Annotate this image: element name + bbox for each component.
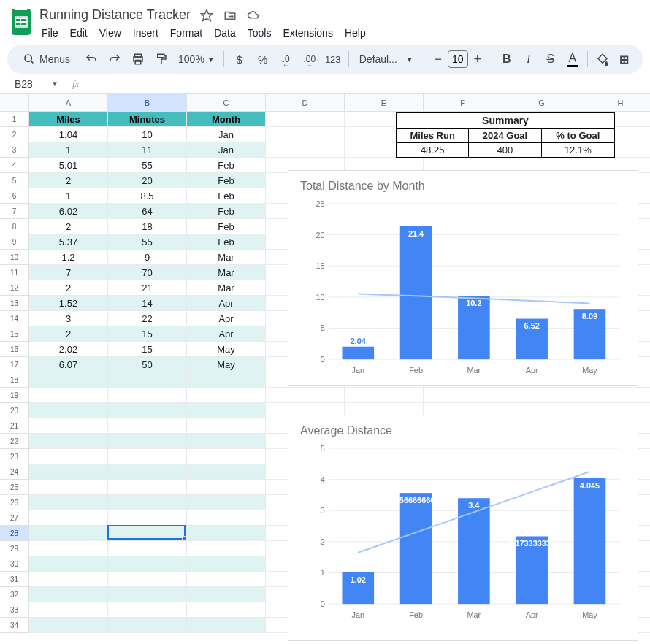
cell[interactable]: Mar [187,265,266,280]
cell[interactable]: Jan [187,127,266,142]
cell[interactable] [187,388,266,403]
menu-help[interactable]: Help [340,24,371,42]
row-header[interactable]: 2 [0,127,29,142]
star-icon[interactable] [199,8,214,23]
zoom-select[interactable]: 100%▼ [174,53,219,65]
row-header[interactable]: 18 [0,372,29,388]
cell[interactable] [187,526,266,541]
cell[interactable]: 8.5 [108,188,187,204]
text-color-button[interactable]: A [562,49,583,69]
cell[interactable] [108,572,187,587]
cell[interactable]: 5.37 [29,234,108,250]
bold-button[interactable]: B [497,49,517,69]
cell[interactable]: 2 [29,173,108,188]
cell[interactable] [187,556,266,572]
cell[interactable]: 22 [108,311,187,326]
cell[interactable]: Feb [187,219,266,234]
col-header[interactable]: E [345,94,424,112]
cell[interactable]: 1.04 [29,127,108,142]
cell[interactable]: 2.02 [29,342,108,357]
row-header[interactable]: 5 [0,173,29,188]
cell[interactable] [108,434,187,449]
cell[interactable] [29,495,108,510]
cell[interactable] [108,464,187,480]
row-header[interactable]: 33 [0,602,29,618]
col-header[interactable]: A [29,94,108,112]
cell[interactable]: 2 [29,280,108,296]
cell[interactable]: 1.52 [29,296,108,311]
cell[interactable]: 6.02 [29,204,108,219]
menus-search[interactable]: Menus [15,49,79,69]
menu-extensions[interactable]: Extensions [278,24,337,42]
formula-input[interactable] [85,78,650,90]
move-icon[interactable] [223,8,237,23]
cell[interactable]: 1 [29,188,108,204]
cell[interactable] [502,388,581,403]
cell[interactable] [29,388,108,403]
row-header[interactable]: 27 [0,510,29,526]
cell[interactable] [29,541,108,556]
row-header[interactable]: 31 [0,572,29,587]
cell[interactable]: 18 [108,219,187,234]
col-header[interactable]: H [581,94,650,112]
cell[interactable]: Feb [187,234,266,250]
cell[interactable]: 11 [108,142,187,158]
row-header[interactable]: 17 [0,357,29,372]
row-header[interactable]: 25 [0,480,29,495]
cell[interactable] [187,495,266,510]
cloud-icon[interactable] [246,8,261,23]
cell[interactable] [266,142,345,158]
menu-edit[interactable]: Edit [65,24,93,42]
row-header[interactable]: 26 [0,495,29,510]
row-header[interactable]: 1 [0,112,29,127]
cell[interactable] [108,388,187,403]
chart-average-distance[interactable]: Average Distance 0123451.02Jan3.56666666… [288,415,638,641]
italic-button[interactable]: I [519,49,539,69]
percent-button[interactable]: % [252,48,274,70]
cell[interactable]: 21 [108,280,187,296]
cell[interactable]: Feb [187,158,266,173]
cell[interactable] [187,434,266,449]
cell[interactable]: May [187,342,266,357]
cell[interactable]: 55 [108,234,187,250]
row-header[interactable]: 4 [0,158,29,173]
cell[interactable]: 70 [108,265,187,280]
paint-format-button[interactable] [150,48,172,70]
cell[interactable] [266,112,345,127]
cell[interactable]: Apr [187,296,266,311]
cell[interactable] [29,449,108,464]
row-header[interactable]: 11 [0,265,29,280]
row-header[interactable]: 10 [0,250,29,265]
cell[interactable]: Apr [187,311,266,326]
cell[interactable]: Miles [29,112,108,127]
font-size-input[interactable] [448,50,468,68]
cell[interactable] [108,480,187,495]
currency-button[interactable]: $ [229,48,251,70]
cell[interactable]: Mar [187,250,266,265]
cell[interactable] [187,449,266,464]
cell[interactable] [187,464,266,480]
cell[interactable] [187,572,266,587]
font-size-increase[interactable]: + [468,50,487,69]
print-button[interactable] [127,48,149,70]
row-header[interactable]: 23 [0,449,29,464]
row-header[interactable]: 28 [0,526,29,541]
row-header[interactable]: 13 [0,296,29,311]
sheets-logo[interactable] [12,9,31,35]
col-header[interactable]: G [502,94,581,112]
font-size-decrease[interactable]: − [429,50,448,69]
cell[interactable]: 64 [108,204,187,219]
cell[interactable]: Month [187,112,266,127]
cell[interactable] [266,127,345,142]
cell[interactable]: 6.07 [29,357,108,372]
cell[interactable] [581,388,650,403]
cell[interactable] [108,495,187,510]
cell[interactable] [108,403,187,418]
chart-total-distance[interactable]: Total Distance by Month 05101520252.04Ja… [288,170,638,386]
decrease-decimal-button[interactable]: .0← [275,48,297,70]
fill-color-button[interactable] [592,49,613,69]
cell[interactable]: 3 [29,311,108,326]
menu-data[interactable]: Data [209,24,241,42]
more-formats-button[interactable]: 123 [322,48,344,70]
cell[interactable]: 50 [108,357,187,372]
